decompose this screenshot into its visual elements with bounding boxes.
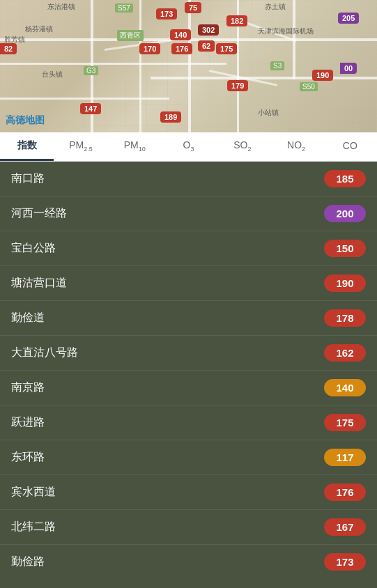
map-badge-175b: 175 [216, 43, 237, 54]
list-item[interactable]: 东环路 117 [0, 440, 377, 475]
list-item[interactable]: 跃进路 175 [0, 405, 377, 440]
map-badge-173: 173 [156, 8, 177, 20]
tab-no2[interactable]: NO2 [269, 132, 323, 161]
map-badge-62: 62 [198, 40, 215, 52]
map-badge-82: 82 [0, 43, 17, 54]
map-badge-205: 205 [338, 13, 359, 24]
list-item[interactable]: 北纬二路 167 [0, 510, 377, 545]
tab-co[interactable]: CO [323, 132, 377, 161]
tab-so2[interactable]: SO2 [215, 132, 269, 161]
list-item[interactable]: 南口路 185 [0, 162, 377, 196]
map-badge-170: 170 [139, 43, 160, 54]
map-badge-182: 182 [226, 15, 247, 26]
list-item[interactable]: 大直沽八号路 162 [0, 336, 377, 371]
footer: 数据更新时间：2015-11-12 13:00 [0, 579, 377, 588]
list-item[interactable]: 勤俭路 173 [0, 545, 377, 579]
tab-pm10[interactable]: PM10 [108, 132, 162, 161]
tab-o3[interactable]: O3 [162, 132, 215, 161]
station-list: 南口路 185 河西一经路 200 宝白公路 150 塘沽营口道 190 勤俭道… [0, 162, 377, 579]
map-badge-75: 75 [185, 2, 201, 13]
map-badge-302: 302 [198, 24, 219, 36]
map-area: 西青区 G3 S3 S57 S50 东沽港镇 杨芬港镇 赤土镇 天津滨海国际机场… [0, 0, 377, 132]
tab-pm25[interactable]: PM2.5 [54, 132, 107, 161]
map-label-g3: G3 [84, 66, 98, 75]
list-item[interactable]: 宝白公路 150 [0, 231, 377, 266]
map-badge-147: 147 [80, 103, 101, 114]
list-item[interactable]: 勤俭道 178 [0, 301, 377, 336]
map-label-s50: S50 [300, 82, 318, 91]
map-badge-500: 00 [340, 63, 357, 74]
map-label-s57: S57 [115, 3, 133, 13]
map-badge-190b: 190 [312, 70, 333, 81]
list-item[interactable]: 塘沽营口道 190 [0, 266, 377, 301]
map-label-s3: S3 [270, 61, 284, 70]
map-label-xiqing: 西青区 [117, 30, 144, 41]
map-badge-176: 176 [171, 43, 192, 54]
map-badge-189: 189 [160, 111, 181, 123]
map-badge-179: 179 [227, 80, 248, 91]
list-item[interactable]: 宾水西道 176 [0, 475, 377, 510]
list-item[interactable]: 河西一经路 200 [0, 196, 377, 231]
gaode-watermark: 高德地图 [6, 114, 45, 127]
tab-bar: 指数 PM2.5 PM10 O3 SO2 NO2 CO [0, 132, 377, 162]
map-badge-140: 140 [170, 29, 191, 40]
list-item[interactable]: 南京路 140 [0, 371, 377, 405]
tab-index[interactable]: 指数 [0, 132, 54, 161]
